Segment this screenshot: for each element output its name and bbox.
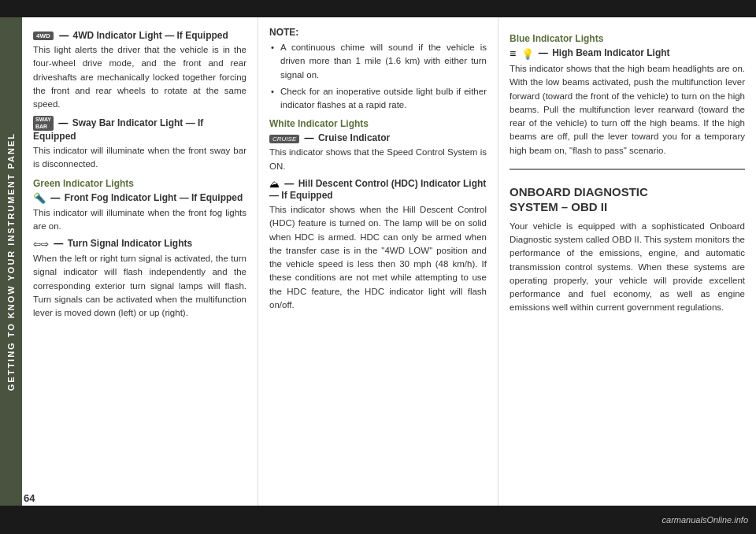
watermark: carmanualsOnline.info — [662, 515, 748, 525]
side-label-container: GETTING TO KNOW YOUR INSTRUMENT PANEL — [0, 17, 22, 506]
4wd-heading: 4WD Indicator Light — If Equipped — [72, 30, 228, 41]
obd-main-heading: ONBOARD DIAGNOSTIC SYSTEM – OBD II — [510, 184, 745, 215]
cruise-icon: CRUISE — [269, 135, 299, 143]
sway-bar-body: This indicator will illuminate when the … — [33, 144, 246, 172]
front-fog-icon: 🔦 — [33, 192, 46, 204]
note-bullet-1: A continuous chime will sound if the veh… — [269, 41, 487, 82]
note-label: NOTE: — [269, 27, 487, 38]
note-bullets: A continuous chime will sound if the veh… — [269, 41, 487, 112]
blue-lights-heading: Blue Indicator Lights — [510, 33, 745, 44]
cruise-body: This indicator shows that the Speed Cont… — [269, 146, 487, 173]
white-lights-heading: White Indicator Lights — [269, 118, 487, 129]
obd-body: Your vehicle is equipped with a sophisti… — [510, 220, 745, 315]
cruise-section-heading-line: CRUISE — Cruise Indicator — [269, 132, 487, 143]
4wd-icon: 4WD — [33, 32, 54, 40]
high-beam-heading: High Beam Indicator Light — [552, 47, 669, 58]
bottom-bar: carmanualsOnline.info — [0, 506, 756, 534]
hdc-icon: ⛰ — [269, 178, 280, 190]
turn-signal-heading: Turn Signal Indicator Lights — [68, 238, 192, 249]
hdc-heading: Hill Descent Control (HDC) Indicator Lig… — [269, 178, 486, 201]
top-bar — [0, 0, 756, 17]
sway-bar-section-heading-line: SWAYBAR — Sway Bar Indicator Light — If … — [33, 116, 246, 142]
hdc-body: This indicator shows when the Hill Desce… — [269, 203, 487, 312]
turn-signal-body: When the left or right turn signal is ac… — [33, 252, 246, 320]
hdc-section-heading-line: ⛰ — Hill Descent Control (HDC) Indicator… — [269, 178, 487, 201]
4wd-body: This light alerts the driver that the ve… — [33, 43, 246, 111]
turn-signal-section-heading-line: ⇦⇨ — Turn Signal Indicator Lights — [33, 238, 246, 250]
front-fog-body: This indicator will illuminate when the … — [33, 206, 246, 234]
main-content: 4WD — 4WD Indicator Light — If Equipped … — [22, 17, 756, 506]
high-beam-section-heading-line: ≡ 💡 — High Beam Indicator Light — [510, 47, 745, 60]
right-column: Blue Indicator Lights ≡ 💡 — High Beam In… — [498, 17, 756, 506]
high-beam-bulb-icon: 💡 — [521, 48, 534, 60]
sway-bar-icon: SWAYBAR — [33, 116, 54, 131]
front-fog-section-heading-line: 🔦 — Front Fog Indicator Light — If Equip… — [33, 192, 246, 204]
high-beam-icon: ≡ — [510, 47, 516, 60]
left-column: 4WD — 4WD Indicator Light — If Equipped … — [22, 17, 258, 506]
obd-section: ONBOARD DIAGNOSTIC SYSTEM – OBD II Your … — [510, 169, 745, 315]
middle-column: NOTE: A continuous chime will sound if t… — [258, 17, 498, 506]
page-number: 64 — [24, 492, 35, 504]
note-bullet-2: Check for an inoperative outside light b… — [269, 85, 487, 113]
green-lights-heading: Green Indicator Lights — [33, 178, 246, 189]
front-fog-heading: Front Fog Indicator Light — If Equipped — [65, 192, 243, 203]
cruise-heading: Cruise Indicator — [318, 132, 390, 143]
turn-signal-icon: ⇦⇨ — [33, 239, 49, 250]
side-label: GETTING TO KNOW YOUR INSTRUMENT PANEL — [6, 132, 16, 391]
high-beam-body: This indicator shows that the high beam … — [510, 62, 745, 158]
4wd-section-heading-line: 4WD — 4WD Indicator Light — If Equipped — [33, 30, 246, 41]
